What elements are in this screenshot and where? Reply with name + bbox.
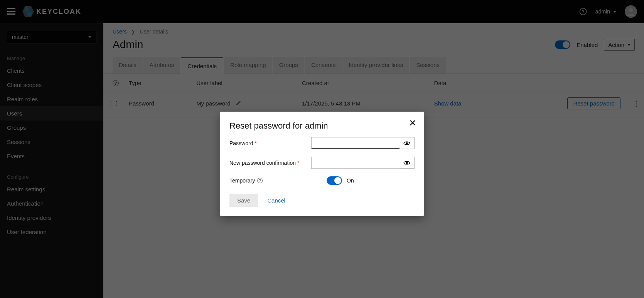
cancel-button[interactable]: Cancel (265, 197, 288, 204)
temporary-switch[interactable] (327, 176, 342, 185)
help-icon[interactable]: ? (257, 178, 263, 183)
modal-title: Reset password for admin (229, 121, 415, 131)
svg-point-11 (406, 162, 408, 164)
confirm-password-label: New password confirmation* (229, 160, 307, 166)
password-input[interactable] (312, 137, 400, 149)
confirm-password-input[interactable] (312, 157, 400, 168)
reset-password-modal: Reset password for admin Password* New p (220, 112, 424, 216)
close-icon[interactable] (410, 120, 415, 126)
eye-icon[interactable] (400, 137, 414, 149)
temporary-label: Temporary ? (229, 177, 307, 184)
svg-point-10 (406, 142, 408, 144)
modal-overlay[interactable]: Reset password for admin Password* New p (0, 0, 644, 298)
temporary-state: On (347, 177, 354, 184)
save-button[interactable]: Save (229, 194, 258, 207)
eye-icon[interactable] (400, 157, 414, 168)
password-label: Password* (229, 140, 307, 146)
